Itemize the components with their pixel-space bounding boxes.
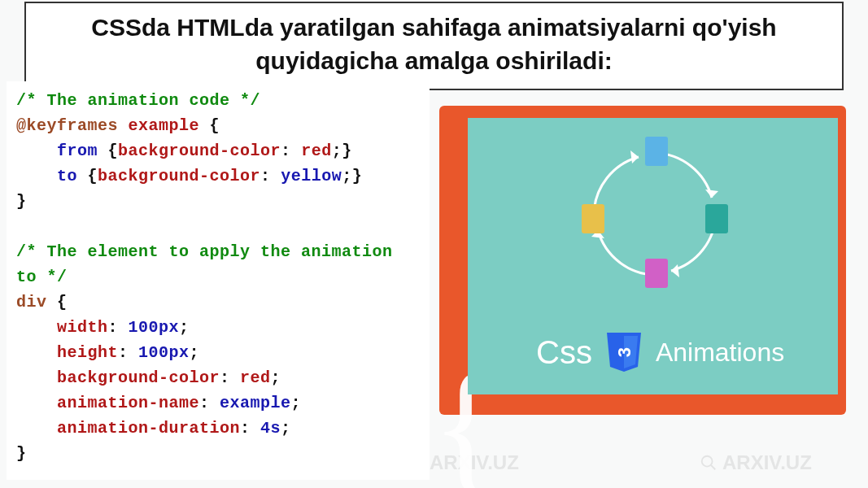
cycle-diagram-icon [574,133,736,295]
svg-point-16 [702,456,713,467]
css-animations-graphic: Css 3 Animations [468,118,838,394]
code-property: height [57,343,118,362]
code-property: animation-name [57,394,199,412]
code-keyframes-name: example [129,116,200,135]
code-example: /* The animation code */ @keyframes exam… [7,81,430,480]
code-comment: /* The element to apply the animation [16,242,393,261]
code-property: background-color [118,142,281,160]
code-to-keyword: to [57,167,77,185]
code-value: 100px [129,318,180,337]
svg-text:3: 3 [614,347,635,357]
slide-title-box: CSSda HTMLda yaratilgan sahifaga animats… [24,2,844,90]
code-value: 4s [260,419,281,438]
code-property: background-color [57,368,220,387]
code-property: background-color [98,167,260,185]
svg-marker-19 [671,264,679,277]
svg-rect-22 [645,137,668,166]
code-selector: div [16,293,47,312]
animations-label: Animations [656,338,784,368]
svg-rect-25 [582,204,604,233]
code-property: width [57,318,108,337]
svg-marker-21 [630,150,639,163]
watermark: ARXIV.UZ [700,451,812,474]
code-property: animation-duration [57,419,240,438]
code-from-keyword: from [57,142,98,160]
slide-title: CSSda HTMLda yaratilgan sahifaga animats… [42,11,826,77]
code-value: red [240,368,271,387]
css-label: Css [536,334,592,371]
code-value: example [220,394,291,412]
code-value: red [301,142,332,160]
svg-line-17 [711,465,716,470]
css3-shield-icon: 3 [605,331,643,373]
svg-rect-24 [645,259,668,288]
code-comment: to */ [16,268,68,286]
svg-rect-23 [705,204,728,233]
code-value: 100px [138,343,190,362]
code-atrule: @keyframes [16,116,118,135]
code-comment: /* The animation code */ [16,91,260,110]
code-value: yellow [281,167,342,185]
svg-marker-18 [705,190,718,198]
